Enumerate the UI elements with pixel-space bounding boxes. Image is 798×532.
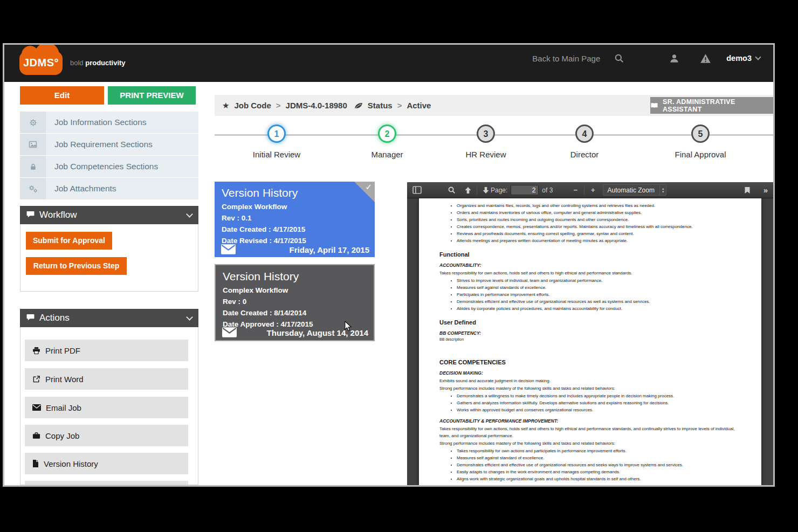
lock-icon — [20, 156, 46, 177]
page-total: of 3 — [542, 186, 553, 194]
document-bullet: Abides by corporate policies and procedu… — [457, 305, 739, 312]
chevron-right-icon: > — [397, 101, 402, 110]
briefcase-icon — [32, 432, 40, 439]
document-small: BB description — [439, 337, 739, 341]
document-bullet: Works within approved budget and conserv… — [457, 406, 739, 413]
envelope-icon — [32, 404, 41, 411]
envelope-icon — [221, 244, 236, 254]
search-icon[interactable] — [448, 186, 456, 194]
card-rev: Rev : 0.1 — [222, 212, 368, 224]
sidebar-item-job-attachments[interactable]: Job Attachments — [20, 178, 198, 199]
copy-job-button[interactable]: Copy Job — [25, 425, 188, 446]
chevron-down-icon[interactable] — [755, 54, 761, 60]
brand-tagline: bold productivity — [70, 59, 126, 67]
step-final-approval[interactable]: 5 Final Approval — [663, 125, 738, 159]
back-to-main-page-link[interactable]: Back to Main Page — [532, 54, 600, 63]
step-initial-review[interactable]: 1 Initial Review — [239, 125, 314, 159]
document-p: Takes responsibility for own actions, ho… — [439, 425, 739, 439]
toolbar-more-icon[interactable]: » — [763, 185, 768, 195]
step-label: Initial Review — [239, 150, 314, 159]
zoom-in-button[interactable]: + — [587, 186, 600, 194]
edit-button[interactable]: Edit — [20, 86, 104, 105]
document-bullet: Demonstrates efficient and effective use… — [457, 298, 739, 305]
step-manager[interactable]: 2 Manager — [349, 125, 425, 159]
document-gap — [439, 341, 739, 352]
next-page-icon[interactable] — [482, 186, 490, 194]
step-number: 5 — [691, 125, 710, 143]
username[interactable]: demo3 — [726, 54, 752, 63]
page-number-input[interactable] — [511, 185, 539, 195]
document-bullet: Measures self against standard of excell… — [457, 454, 739, 461]
print-word-button[interactable]: Print Word — [25, 368, 188, 390]
zoom-out-button[interactable]: − — [569, 186, 582, 194]
step-director[interactable]: 4 Director — [547, 125, 622, 159]
printer-icon — [32, 347, 40, 355]
document-p: Takes responsibility for own actions, ho… — [439, 270, 739, 277]
select-arrows-icon: ▴▾ — [659, 185, 666, 195]
document-bullet-list: Takes responsibility for own actions and… — [439, 447, 739, 482]
top-navigation-bar: JDMS° bold productivity Back to Main Pag… — [4, 45, 773, 82]
alert-icon[interactable] — [700, 53, 711, 64]
app-window: JDMS° bold productivity Back to Main Pag… — [3, 43, 775, 487]
book-icon — [650, 102, 658, 109]
document-bullet: Aligns work with strategic organizationa… — [457, 475, 739, 482]
document-h2: User Defined — [439, 319, 739, 326]
previous-page-icon[interactable] — [464, 186, 472, 194]
print-preview-button[interactable]: PRINT PREVIEW — [108, 86, 196, 105]
chevron-down-icon — [186, 211, 193, 218]
email-job-button[interactable]: Email Job — [25, 397, 188, 418]
sidebar-toggle-icon[interactable] — [412, 186, 422, 194]
page-label: Page: — [491, 186, 507, 194]
document-p: Exhibits sound and accurate judgment in … — [439, 377, 739, 384]
print-pdf-button[interactable]: Print PDF — [25, 340, 188, 361]
step-label: Final Approval — [663, 150, 738, 159]
search-icon[interactable] — [614, 53, 624, 63]
card-rev: Rev : 0 — [223, 296, 367, 307]
document-h3: DECISION MAKING: — [439, 370, 739, 376]
version-history-card-selected[interactable]: ✓ Version History Complex Workflow Rev :… — [215, 182, 375, 257]
document-bullet: Demonstrates a willingness to make timel… — [457, 392, 739, 399]
user-icon[interactable] — [669, 53, 679, 64]
document-p: Strong performance includes mastery of t… — [439, 385, 739, 392]
status-label: Status — [368, 101, 393, 110]
chevron-down-icon — [186, 314, 193, 321]
actions-panel-header[interactable]: Actions — [20, 309, 198, 327]
return-to-previous-step-button[interactable]: Return to Previous Step — [26, 257, 127, 275]
zoom-select[interactable]: Automatic Zoom ▴▾ — [603, 184, 667, 196]
jdms-logo-text: JDMS° — [19, 57, 63, 69]
workflow-panel: Submit for Approval Return to Previous S… — [20, 224, 198, 292]
step-hr-review[interactable]: 3 HR Review — [448, 125, 524, 159]
sidebar-item-job-requirement[interactable]: Job Requirement Sections — [20, 134, 198, 155]
version-history-button[interactable]: Version History — [25, 453, 188, 474]
pdf-document-content: Organizes and maintains files, records, … — [439, 202, 739, 485]
card-date-created: Date Created : 4/17/2015 — [222, 224, 368, 235]
document-h3: ACCOUNTABILITY & PERFORMANCE IMPROVEMENT… — [439, 418, 739, 424]
image-icon — [20, 134, 46, 155]
chevron-right-icon: > — [276, 101, 281, 110]
file-icon — [32, 460, 39, 467]
document-bullet: Creates correspondence, memos, presentat… — [457, 223, 739, 230]
gear-icon — [20, 112, 46, 133]
submit-for-approval-button[interactable]: Submit for Approval — [26, 232, 112, 250]
document-bullet: Easily adapts to changes in the work env… — [457, 468, 739, 475]
workflow-panel-header[interactable]: Workflow — [20, 206, 198, 224]
sidebar-item-job-competencies[interactable]: Job Competencies Sections — [20, 156, 198, 177]
jdms-logo[interactable]: JDMS° — [19, 51, 63, 75]
document-h3: BB COMPETENCY: — [439, 330, 739, 336]
action-button-partial[interactable] — [25, 481, 188, 485]
check-icon: ✓ — [365, 182, 372, 192]
document-bullet: Orders and maintains inventories of vari… — [457, 209, 739, 216]
step-number: 3 — [477, 125, 495, 143]
card-workflow: Complex Workflow — [222, 201, 368, 212]
external-link-icon — [32, 375, 40, 383]
step-label: Director — [547, 150, 622, 159]
step-label: HR Review — [448, 150, 524, 159]
actions-panel: Print PDF Print Word Email Job Copy Job … — [20, 327, 198, 485]
sidebar-item-job-information[interactable]: Job Information Sections — [20, 112, 198, 133]
document-bullet-list: Strives to improve levels of individual,… — [439, 277, 739, 312]
section-nav: Job Information Sections Job Requirement… — [20, 112, 198, 200]
pdf-viewer-body[interactable]: Organizes and maintains files, records, … — [407, 198, 773, 485]
bookmark-icon[interactable] — [744, 186, 751, 194]
card-date-created: Date Created : 8/14/2014 — [223, 307, 367, 319]
document-bullet-list: Demonstrates a willingness to make timel… — [439, 392, 739, 413]
